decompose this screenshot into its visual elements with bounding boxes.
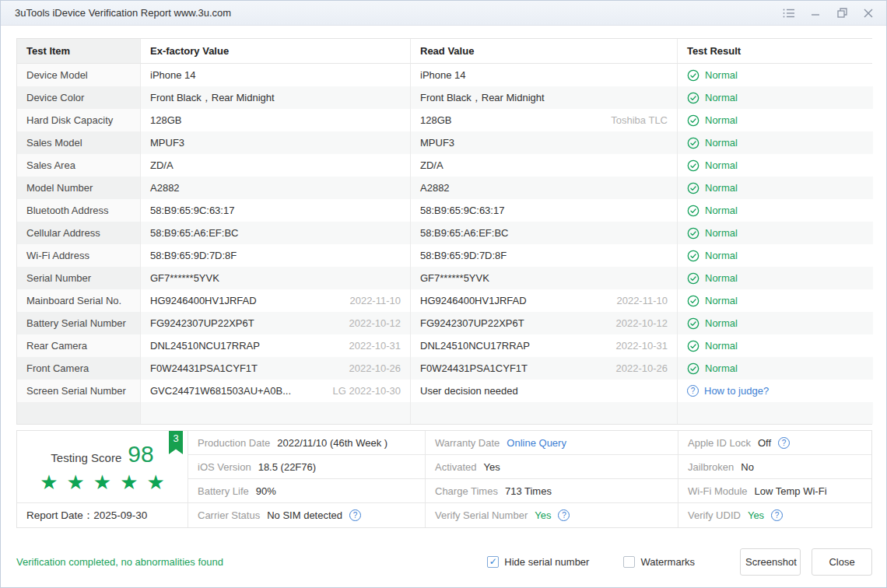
info-production-date: Production Date2022/11/10 (46th Week ) xyxy=(188,431,425,455)
cell-test-item: Serial Number xyxy=(17,267,140,289)
check-circle-icon xyxy=(687,182,699,194)
info-label: Battery Life xyxy=(198,485,249,497)
ex-factory-note: 2022-11-10 xyxy=(349,295,401,306)
titlebar: 3uTools iDevice Verification Report www.… xyxy=(1,1,886,26)
cell-ex-factory-value: iPhone 14 xyxy=(140,64,410,86)
question-circle-icon[interactable]: ? xyxy=(349,509,361,521)
question-circle-icon[interactable]: ? xyxy=(778,437,790,449)
cell-test-result: Normal xyxy=(677,154,873,177)
report-date-value: 2025-09-30 xyxy=(93,509,147,521)
menu-icon[interactable] xyxy=(779,5,799,22)
read-value: GF7******5YVK xyxy=(420,272,668,284)
read-value-note: 2022-11-10 xyxy=(616,295,668,306)
cell-ex-factory-value: Front Black，Rear Midnight xyxy=(140,86,410,109)
ex-factory-value: GF7******5YVK xyxy=(150,272,401,284)
table-row: Bluetooth Address58:B9:65:9C:63:1758:B9:… xyxy=(17,199,871,222)
cell-test-result: Normal xyxy=(677,199,873,222)
summary-grid: Production Date2022/11/10 (46th Week )Wa… xyxy=(188,431,871,527)
ex-factory-note: LG 2022-10-30 xyxy=(333,385,401,397)
table-row: Front CameraF0W24431PSA1CYF1T2022-10-26F… xyxy=(17,357,871,380)
table-row: Sales AreaZD/AZD/ANormal xyxy=(17,154,871,177)
info-value: Yes xyxy=(748,509,764,521)
info-label: Jailbroken xyxy=(688,461,734,473)
cell-read-value: F0W24431PSA1CYF1T2022-10-26 xyxy=(410,357,677,380)
restore-icon[interactable] xyxy=(832,5,852,22)
cell-test-item xyxy=(17,402,140,424)
cell-read-value: MPUF3 xyxy=(410,131,677,154)
cell-ex-factory-value: 58:B9:65:9D:7D:8F xyxy=(140,244,410,267)
cell-test-result: Normal xyxy=(677,109,873,131)
check-circle-icon xyxy=(687,295,699,307)
info-label: Production Date xyxy=(198,437,270,449)
cell-ex-factory-value: DNL24510NCU17RRAP2022-10-31 xyxy=(140,334,410,357)
info-jailbroken: JailbrokenNo xyxy=(678,455,871,479)
info-label: Warranty Date xyxy=(435,437,500,449)
info-value: 713 Times xyxy=(505,485,552,497)
online-query-link[interactable]: Online Query xyxy=(507,437,566,449)
how-to-judge-link[interactable]: ?How to judge? xyxy=(677,380,873,402)
cell-test-item: Bluetooth Address xyxy=(17,199,140,222)
check-circle-icon xyxy=(687,92,699,104)
cell-test-item: Mainboard Serial No. xyxy=(17,289,140,312)
close-button[interactable]: Close xyxy=(812,548,872,576)
question-circle-icon[interactable]: ? xyxy=(558,509,570,521)
star-rating: ★★★★★ xyxy=(31,472,174,492)
ex-factory-value: 58:B9:65:9C:63:17 xyxy=(150,205,401,216)
read-value: FG9242307UP22XP6T xyxy=(420,317,616,329)
read-value: MPUF3 xyxy=(420,137,668,149)
checkbox-icon[interactable] xyxy=(623,556,635,568)
read-value: 58:B9:65:A6:EF:BC xyxy=(420,227,668,239)
testing-score-block: 3 Testing Score 98 ★★★★★ xyxy=(17,431,188,503)
close-icon[interactable] xyxy=(858,5,878,22)
cell-test-item: Model Number xyxy=(17,177,140,199)
ex-factory-value: 58:B9:65:A6:EF:BC xyxy=(150,227,401,239)
info-label: Verify UDID xyxy=(688,509,741,521)
table-row: Mainboard Serial No.HG9246400HV1JRFAD202… xyxy=(17,289,871,312)
info-label: iOS Version xyxy=(198,461,251,473)
read-value-note: Toshiba TLC xyxy=(611,114,668,126)
read-value: Front Black，Rear Midnight xyxy=(420,91,668,105)
test-result-normal: Normal xyxy=(705,137,738,149)
check-circle-icon xyxy=(687,340,699,352)
cell-read-value: iPhone 14 xyxy=(410,64,677,86)
watermarks-checkbox[interactable]: Watermarks xyxy=(623,556,695,568)
info-apple-id-lock: Apple ID LockOff? xyxy=(678,431,871,455)
table-row: Battery Serial NumberFG9242307UP22XP6T20… xyxy=(17,312,871,334)
cell-read-value: GF7******5YVK xyxy=(410,267,677,289)
screenshot-button[interactable]: Screenshot xyxy=(740,548,801,576)
cell-ex-factory-value: 58:B9:65:9C:63:17 xyxy=(140,199,410,222)
check-circle-icon xyxy=(687,317,699,330)
cell-ex-factory-value: F0W24431PSA1CYF1T2022-10-26 xyxy=(140,357,410,380)
read-value-note: 2022-10-31 xyxy=(616,340,668,352)
cell-read-value: FG9242307UP22XP6T2022-10-12 xyxy=(410,312,677,334)
cell-test-result: Normal xyxy=(677,289,873,312)
report-date-label: Report Date： xyxy=(26,509,93,523)
test-item-label: Bluetooth Address xyxy=(26,205,109,216)
info-value: No SIM detected xyxy=(267,509,342,521)
cell-read-value: Front Black，Rear Midnight xyxy=(410,86,677,109)
info-label: Activated xyxy=(435,461,476,473)
table-row: Hard Disk Capacity128GB128GBToshiba TLCN… xyxy=(17,109,871,131)
minimize-icon[interactable] xyxy=(805,5,826,22)
cell-ex-factory-value: GF7******5YVK xyxy=(140,267,410,289)
cell-read-value: 58:B9:65:9C:63:17 xyxy=(410,199,677,222)
info-value: Off xyxy=(758,437,771,449)
table-row: Cellular Address58:B9:65:A6:EF:BC58:B9:6… xyxy=(17,222,871,244)
check-circle-icon xyxy=(687,69,699,82)
hide-serial-number-checkbox[interactable]: ✓ Hide serial number xyxy=(487,556,589,568)
read-value: A2882 xyxy=(420,182,668,194)
test-result-normal: Normal xyxy=(705,295,738,306)
question-circle-icon[interactable]: ? xyxy=(771,509,783,521)
cell-test-result: Normal xyxy=(677,64,873,86)
read-value: 58:B9:65:9D:7D:8F xyxy=(420,250,668,261)
test-item-label: Mainboard Serial No. xyxy=(26,295,121,306)
ex-factory-value: ZD/A xyxy=(150,159,401,171)
info-charge-times: Charge Times713 Times xyxy=(425,479,678,503)
star-icon: ★ xyxy=(67,471,93,494)
info-ios-version: iOS Version18.5 (22F76) xyxy=(188,455,425,479)
cell-read-value: User decision needed xyxy=(410,380,677,402)
read-value: iPhone 14 xyxy=(420,69,668,81)
question-circle-icon[interactable]: ? xyxy=(687,385,699,397)
check-circle-icon xyxy=(687,362,699,375)
checkbox-icon[interactable]: ✓ xyxy=(487,556,499,568)
